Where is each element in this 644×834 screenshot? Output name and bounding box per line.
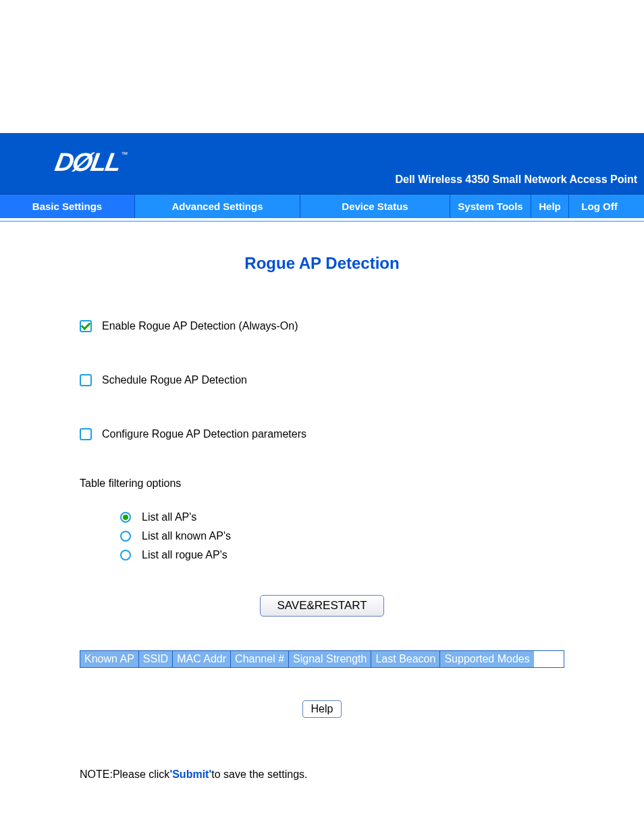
note-row: NOTE:Please click'Submit'to save the set… — [0, 768, 644, 781]
nav-device-status[interactable]: Device Status — [300, 194, 450, 218]
nav-basic-settings[interactable]: Basic Settings — [0, 194, 135, 218]
help-button-row: Help — [80, 700, 564, 718]
content-area: Enable Rogue AP Detection (Always-On) Sc… — [0, 320, 644, 718]
radio-list-rogue[interactable] — [120, 550, 131, 561]
nav-bar: Basic Settings Advanced Settings Device … — [0, 194, 644, 218]
page-title: Rogue AP Detection — [0, 254, 644, 273]
radio-row-all: List all AP's — [120, 511, 564, 523]
nav-advanced-settings[interactable]: Advanced Settings — [135, 194, 300, 218]
header-bar: DØLL ™ Dell Wireless 4350 Small Network … — [0, 133, 644, 194]
radio-row-rogue: List all rogue AP's — [120, 549, 564, 561]
radio-group: List all AP's List all known AP's List a… — [120, 511, 564, 561]
col-last-beacon: Last Beacon — [371, 651, 440, 667]
option-configure-row: Configure Rogue AP Detection parameters — [80, 428, 564, 440]
note-prefix: NOTE:Please click — [80, 768, 169, 780]
trademark-symbol: ™ — [121, 151, 128, 158]
radio-label-known: List all known AP's — [142, 530, 231, 542]
filtering-title: Table filtering options — [80, 477, 564, 490]
option-schedule-row: Schedule Rogue AP Detection — [80, 374, 564, 386]
save-button-row: SAVE&RESTART — [80, 595, 564, 617]
label-configure: Configure Rogue AP Detection parameters — [102, 428, 306, 440]
nav-divider — [0, 218, 644, 221]
col-ssid: SSID — [139, 651, 173, 667]
label-schedule: Schedule Rogue AP Detection — [102, 374, 247, 386]
nav-system-tools[interactable]: System Tools — [450, 194, 531, 218]
note-suffix: to save the settings. — [211, 768, 307, 780]
radio-list-all[interactable] — [120, 512, 131, 523]
col-supported-modes: Supported Modes — [440, 651, 533, 667]
option-enable-row: Enable Rogue AP Detection (Always-On) — [80, 320, 564, 332]
save-restart-button[interactable]: SAVE&RESTART — [260, 595, 383, 617]
dell-logo: DØLL ™ — [55, 148, 128, 177]
logo-text: DØLL — [53, 148, 122, 177]
help-button[interactable]: Help — [302, 700, 342, 718]
col-signal-strength: Signal Strength — [289, 651, 371, 667]
col-mac-addr: MAC Addr — [173, 651, 231, 667]
label-enable: Enable Rogue AP Detection (Always-On) — [102, 320, 298, 332]
nav-log-off[interactable]: Log Off — [569, 194, 630, 218]
radio-row-known: List all known AP's — [120, 530, 564, 542]
radio-label-rogue: List all rogue AP's — [142, 549, 227, 561]
radio-label-all: List all AP's — [142, 511, 196, 523]
col-channel: Channel # — [231, 651, 289, 667]
radio-list-known[interactable] — [120, 531, 131, 542]
checkbox-configure[interactable] — [80, 428, 92, 440]
product-name: Dell Wireless 4350 Small Network Access … — [395, 174, 637, 186]
note-submit-link[interactable]: 'Submit' — [169, 768, 211, 780]
col-known-ap: Known AP — [80, 651, 139, 667]
checkbox-enable[interactable] — [80, 320, 92, 332]
nav-help[interactable]: Help — [531, 194, 569, 218]
ap-table-header: Known AP SSID MAC Addr Channel # Signal … — [80, 650, 564, 668]
checkbox-schedule[interactable] — [80, 374, 92, 386]
